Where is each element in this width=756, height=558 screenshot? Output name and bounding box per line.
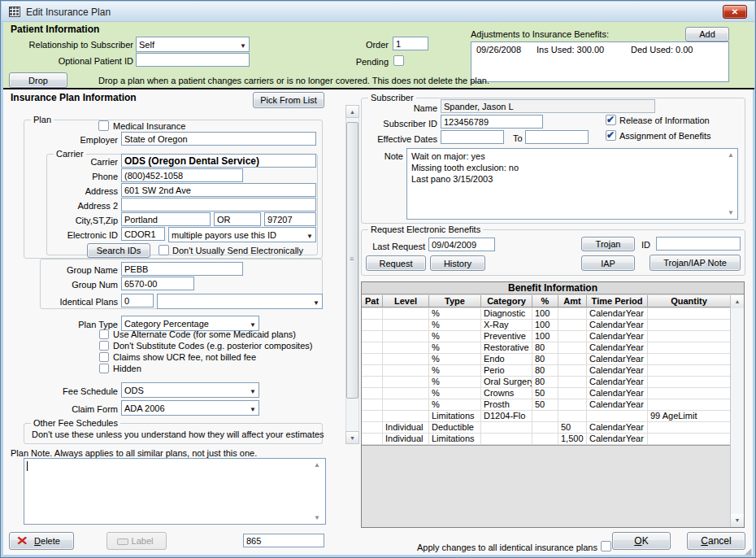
table-cell (383, 388, 429, 399)
scroll-up-icon[interactable]: ▲ (345, 105, 359, 118)
table-row[interactable]: %Restorative80CalendarYear (362, 342, 731, 354)
cancel-button[interactable]: Cancel (687, 532, 745, 550)
scroll-down-icon[interactable]: ▼ (728, 209, 734, 216)
ok-button[interactable]: OK (612, 532, 671, 550)
table-cell (362, 434, 383, 444)
pending-checkbox[interactable] (393, 55, 404, 66)
effective-to-input[interactable] (525, 130, 589, 144)
zip-input[interactable] (264, 212, 316, 226)
ok-label: OK (634, 535, 648, 547)
table-row[interactable]: %Endo80CalendarYear (362, 354, 731, 365)
table-cell: Perio (481, 365, 532, 376)
table-cell (648, 434, 731, 444)
adjustments-listbox[interactable]: 09/26/2008 Ins Used: 300.00 Ded Used: 0.… (471, 41, 729, 82)
checkbox[interactable] (99, 329, 109, 339)
identical-plans-select[interactable]: ▼ (157, 294, 323, 309)
scroll-up-icon[interactable]: ▲ (728, 151, 734, 159)
pending-label: Pending (342, 57, 389, 68)
effective-from-input[interactable] (441, 130, 504, 144)
table-row[interactable]: IndividualDeductible50CalendarYear (362, 422, 731, 434)
table-cell: CalendarYear (587, 354, 648, 364)
left-panel-scrollbar-thumb[interactable]: ≡ (346, 122, 358, 399)
checkbox-label: Claims show UCR fee, not billed fee (113, 352, 256, 362)
group-name-label: Group Name (33, 265, 118, 276)
column-header--: % (532, 295, 558, 307)
close-button[interactable]: ✕ (723, 5, 747, 19)
apply-all-checkbox[interactable] (601, 541, 611, 551)
order-input[interactable] (393, 37, 428, 50)
checkbox-label: Use Alternate Code (for some Medicaid pl… (113, 329, 296, 339)
employer-input[interactable] (121, 132, 316, 146)
request-button[interactable]: Request (366, 255, 426, 271)
resize-grip[interactable]: ◢ (745, 547, 754, 556)
plan-option-row: Hidden (99, 364, 335, 375)
group-num-input[interactable] (121, 277, 194, 290)
subscriber-note-textarea[interactable]: Wait on major: yes Missing tooth exclusi… (406, 148, 738, 220)
benefit-table-scrollbar[interactable]: ▲ ▼ (730, 295, 744, 527)
label-button[interactable]: Label (106, 532, 167, 550)
claim-form-select[interactable]: ADA 2006 ▼ (121, 400, 259, 416)
checkbox[interactable] (99, 352, 109, 362)
table-row[interactable]: %Crowns50CalendarYear (362, 388, 731, 399)
checkbox[interactable] (99, 364, 109, 373)
section-divider (3, 88, 754, 89)
city-input[interactable] (121, 212, 211, 226)
title-bar[interactable]: Edit Insurance Plan ✕ (2, 2, 754, 22)
table-row[interactable]: %Oral Surgery80CalendarYear (362, 377, 731, 388)
table-cell: Deductible (429, 422, 481, 433)
dont-send-electronically-checkbox[interactable] (159, 245, 169, 255)
fee-schedule-select[interactable]: ODS ▼ (121, 382, 259, 398)
table-row[interactable]: %Prosth50CalendarYear (362, 399, 731, 411)
medical-insurance-checkbox[interactable] (98, 120, 109, 131)
table-cell (362, 308, 383, 319)
release-of-information-checkbox[interactable] (606, 115, 616, 125)
address2-input[interactable] (121, 198, 316, 211)
trojan-id-input[interactable] (656, 237, 741, 251)
trojan-iap-note-button[interactable]: Trojan/IAP Note (650, 255, 741, 271)
table-cell: % (429, 320, 481, 330)
subscriber-name-field (441, 99, 655, 113)
trojan-button[interactable]: Trojan (581, 237, 635, 251)
drop-button[interactable]: Drop (9, 72, 67, 88)
address-input[interactable] (121, 183, 316, 197)
table-cell: 50 (558, 422, 587, 433)
plan-number-input[interactable] (243, 534, 324, 547)
search-ids-button[interactable]: Search IDs (87, 243, 150, 258)
left-panel-scrollbar[interactable]: ▲ ≡ ▼ (345, 105, 359, 444)
history-button[interactable]: History (430, 255, 485, 271)
table-row[interactable]: %Preventive100CalendarYear (362, 331, 731, 342)
carrier-label: Carrier (50, 157, 118, 168)
group-name-input[interactable] (121, 262, 243, 276)
scroll-down-icon[interactable]: ▼ (345, 431, 359, 444)
scroll-down-icon[interactable]: ▼ (314, 514, 320, 521)
table-row[interactable]: %X-Ray100CalendarYear (362, 320, 731, 331)
table-row[interactable]: LimitationsD1204-Flo99 AgeLimit (362, 411, 731, 422)
table-cell: 1,500 (558, 434, 587, 444)
table-cell: CalendarYear (587, 399, 648, 410)
carrier-input[interactable] (121, 154, 316, 168)
phone-input[interactable] (121, 168, 243, 182)
assignment-of-benefits-checkbox[interactable] (606, 130, 616, 141)
delete-button[interactable]: ✕Delete (9, 532, 74, 550)
plan-note-textarea[interactable] (24, 458, 326, 525)
scroll-up-icon[interactable]: ▲ (731, 295, 744, 308)
table-row[interactable]: %Perio80CalendarYear (362, 365, 731, 377)
table-row[interactable]: %Diagnostic100CalendarYear (362, 308, 731, 320)
pick-from-list-button[interactable]: Pick From List (253, 92, 324, 108)
table-row[interactable]: IndividualLimitations1,500CalendarYear (362, 434, 731, 445)
iap-button[interactable]: IAP (581, 255, 635, 271)
state-input[interactable] (214, 212, 261, 226)
add-adjustment-button[interactable]: Add (685, 27, 729, 41)
relationship-to-subscriber-select[interactable]: Self ▼ (136, 37, 250, 52)
optional-patient-id-input[interactable] (136, 53, 250, 67)
subscriber-id-input[interactable] (441, 115, 543, 129)
identical-plans-input[interactable] (121, 294, 154, 307)
scroll-down-icon[interactable]: ▼ (731, 514, 744, 527)
payor-note-select[interactable]: multiple payors use this ID ▼ (168, 227, 316, 242)
group-num-label: Group Num (33, 280, 118, 290)
electronic-id-input[interactable] (121, 227, 165, 241)
table-cell: CalendarYear (587, 434, 648, 444)
adjustment-ded-used: Ded Used: 0.00 (631, 45, 693, 55)
checkbox[interactable] (99, 341, 109, 351)
scroll-up-icon[interactable]: ▲ (314, 461, 320, 469)
